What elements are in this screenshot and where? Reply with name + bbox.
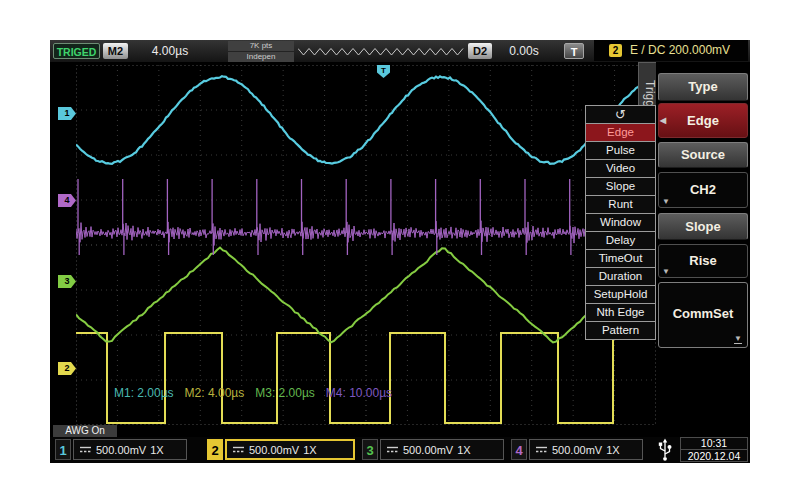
dc-coupling-icon (386, 445, 399, 454)
channel2-scale: 500.00mV (249, 444, 299, 456)
menu-item-edge[interactable]: Edge (585, 123, 656, 142)
trigger-type-menu: ↺ Edge Pulse Video Slope Runt Window Del… (585, 105, 656, 340)
trigger-settings-readout: E / DC 200.000mV (630, 40, 730, 61)
measurement-m4: M4: 10.00µs (326, 386, 392, 400)
channel2-settings-box[interactable]: 500.00mV 1X (225, 439, 355, 460)
time-readout: 10:31 (681, 438, 747, 450)
channel-status-bar: 1 500.00mV 1X 2 500.00mV 1X 3 500.00mV 1… (50, 437, 750, 463)
waveform-grid-canvas (76, 65, 656, 425)
channel4-probe: 1X (606, 444, 619, 456)
type-value-button[interactable]: ◀Edge (658, 103, 748, 138)
channel4-number-badge[interactable]: 4 (511, 439, 527, 460)
left-arrow-icon: ◀ (660, 116, 666, 126)
type-value-label: Edge (687, 113, 719, 128)
channel3-settings-box[interactable]: 500.00mV 1X (380, 439, 504, 460)
dc-coupling-icon (535, 445, 548, 454)
channel2-probe: 1X (303, 444, 316, 456)
channel1-number-badge[interactable]: 1 (55, 439, 71, 460)
channel1-settings-box[interactable]: 500.00mV 1X (73, 439, 187, 460)
menu-item-runt[interactable]: Runt (585, 195, 656, 214)
channel3-probe: 1X (457, 444, 470, 456)
channel4-scale: 500.00mV (552, 444, 602, 456)
date-readout: 2020.12.04 (681, 450, 747, 461)
channel2-level-marker[interactable]: 2 (58, 362, 76, 375)
menu-item-duration[interactable]: Duration (585, 267, 656, 286)
waveform-preview-icon (298, 45, 464, 57)
top-status-bar: TRIGED M2 4.00µs 7K pts Indepen D2 0.00s… (50, 40, 750, 62)
measurement-m3: M3: 2.00µs (255, 386, 315, 400)
channel3-number-badge[interactable]: 3 (362, 439, 378, 460)
menu-item-timeout[interactable]: TimeOut (585, 249, 656, 268)
menu-back-icon[interactable]: ↺ (585, 105, 656, 124)
dropdown-arrow-icon: ▼ (662, 197, 670, 207)
dc-coupling-icon (232, 445, 245, 454)
type-softkey[interactable]: Type (658, 73, 748, 101)
oscilloscope-screen: TRIGED M2 4.00µs 7K pts Indepen D2 0.00s… (50, 40, 750, 463)
channel3-scale: 500.00mV (403, 444, 453, 456)
usb-icon (657, 438, 673, 462)
more-pages-icon: ▼ (734, 334, 742, 344)
channel2-number-badge[interactable]: 2 (207, 439, 223, 460)
measurement-m1: M1: 2.00µs (114, 386, 174, 400)
trigger-info-box: 2 E / DC 200.000mV (594, 40, 748, 61)
measurement-m2: M2: 4.00µs (185, 386, 245, 400)
softkey-panel: Type ◀Edge Source CH2▼ Slope Rise▼ CommS… (656, 62, 750, 425)
acquire-mode-readout: Indepen (228, 52, 294, 62)
slope-value-button[interactable]: Rise▼ (658, 244, 748, 278)
source-softkey[interactable]: Source (658, 142, 748, 168)
channel1-probe: 1X (150, 444, 163, 456)
dc-coupling-icon (79, 445, 92, 454)
source-value-label: CH2 (690, 182, 716, 197)
channel1-scale: 500.00mV (96, 444, 146, 456)
slope-softkey[interactable]: Slope (658, 213, 748, 240)
channel3-level-marker[interactable]: 3 (58, 275, 76, 288)
slope-value-label: Rise (689, 253, 716, 268)
menu-item-pattern[interactable]: Pattern (585, 321, 656, 340)
menu-item-delay[interactable]: Delay (585, 231, 656, 250)
trigger-badge: T (564, 43, 584, 59)
measurement-readouts: M1: 2.00µs M2: 4.00µs M3: 2.00µs M4: 10.… (114, 386, 392, 400)
menu-item-video[interactable]: Video (585, 159, 656, 178)
clock-display: 10:31 2020.12.04 (680, 437, 748, 462)
horizontal-delay-readout: 0.00s (498, 43, 550, 59)
waveform-display (76, 65, 656, 425)
menu-item-slope[interactable]: Slope (585, 177, 656, 196)
menu-item-nth-edge[interactable]: Nth Edge (585, 303, 656, 322)
menu-item-setuphold[interactable]: SetupHold (585, 285, 656, 304)
memory-depth-readout: 7K pts (228, 41, 294, 51)
channel4-settings-box[interactable]: 500.00mV 1X (529, 439, 643, 460)
menu-item-window[interactable]: Window (585, 213, 656, 232)
dropdown-arrow-icon: ▼ (662, 267, 670, 277)
trigger-status-badge: TRIGED (53, 43, 100, 59)
source-value-button[interactable]: CH2▼ (658, 172, 748, 208)
menu-item-pulse[interactable]: Pulse (585, 141, 656, 160)
channel1-level-marker[interactable]: 1 (58, 107, 76, 120)
commset-button[interactable]: CommSet▼ (658, 282, 748, 348)
commset-label: CommSet (673, 306, 734, 321)
horizontal-badge: D2 (468, 43, 492, 59)
channel4-level-marker[interactable]: 4 (58, 194, 76, 207)
acquisition-mode-badge: M2 (103, 43, 128, 59)
timebase-readout: 4.00µs (138, 43, 202, 59)
trigger-source-channel-badge: 2 (609, 44, 622, 57)
awg-status-tab: AWG On (53, 425, 117, 437)
